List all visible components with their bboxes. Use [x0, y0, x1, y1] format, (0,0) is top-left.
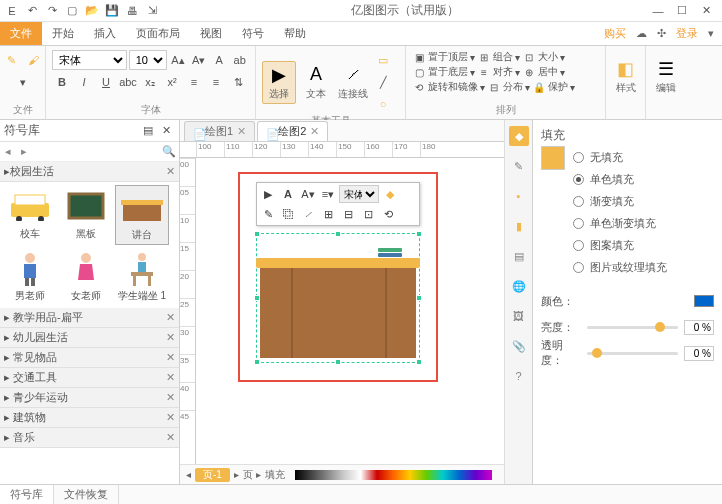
symbol-item[interactable]: 校车 — [3, 185, 57, 245]
color-strip[interactable] — [295, 470, 492, 480]
export-icon[interactable]: ⇲ — [144, 3, 160, 19]
align-left-icon[interactable]: ≡ — [206, 72, 226, 92]
subscript-icon[interactable]: x₂ — [140, 72, 160, 92]
fill-option[interactable]: 图片或纹理填充 — [573, 256, 714, 278]
rail-theme-icon[interactable]: ▮ — [509, 216, 529, 236]
lock-icon[interactable]: 🔒 — [532, 80, 546, 94]
size-icon[interactable]: ⊡ — [522, 50, 536, 64]
distribute-icon[interactable]: ⊟ — [487, 80, 501, 94]
font-family-select[interactable]: 宋体 — [52, 50, 127, 70]
open-icon[interactable]: 📂 — [84, 3, 100, 19]
font-color-icon[interactable]: A — [210, 50, 229, 70]
page-label[interactable]: 页-1 — [195, 468, 230, 482]
menu-start[interactable]: 开始 — [42, 22, 84, 45]
category-active[interactable]: ▸ 校园生活✕ — [0, 162, 179, 182]
minimize-icon[interactable]: — — [650, 3, 666, 19]
rotate-icon[interactable]: ⟲ — [412, 80, 426, 94]
category-row[interactable]: ▸ 教学用品-扁平✕ — [0, 308, 179, 328]
cat-close-icon[interactable]: ✕ — [166, 431, 175, 444]
menu-symbol[interactable]: 符号 — [232, 22, 274, 45]
new-icon[interactable]: ▢ — [64, 3, 80, 19]
canvas[interactable]: ▶ A A▾ ≡▾ 宋体 ◆ ✎ ⿻ ⟋ ⊞ ⊟ ⊡ ⟲ — [196, 158, 504, 464]
page-next-icon[interactable]: ▸ — [234, 469, 239, 480]
edit-button[interactable]: ☰编辑 — [652, 56, 680, 97]
buy-link[interactable]: 购买 — [604, 26, 626, 41]
font-grow-icon[interactable]: A▴ — [169, 50, 188, 70]
opacity-slider[interactable] — [587, 352, 678, 355]
symbol-item[interactable]: 女老师 — [59, 247, 113, 305]
bullets-icon[interactable]: ≡ — [184, 72, 204, 92]
front-icon[interactable]: ▣ — [412, 50, 426, 64]
chevron-down-icon[interactable]: ▾ — [708, 27, 714, 40]
shape-rect-icon[interactable]: ▭ — [373, 50, 393, 70]
ft-pointer-icon[interactable]: ▶ — [259, 185, 277, 203]
menu-layout[interactable]: 页面布局 — [126, 22, 190, 45]
close-icon[interactable]: ✕ — [698, 3, 714, 19]
align-icon[interactable]: ≡ — [477, 65, 491, 79]
bold-icon[interactable]: B — [52, 72, 72, 92]
cloud-icon[interactable]: ☁ — [636, 27, 647, 40]
rail-page-icon[interactable]: ▤ — [509, 246, 529, 266]
menu-view[interactable]: 视图 — [190, 22, 232, 45]
rail-clip-icon[interactable]: 📎 — [509, 336, 529, 356]
menu-file[interactable]: 文件 — [0, 22, 42, 45]
save-icon[interactable]: 💾 — [104, 3, 120, 19]
font-size-select[interactable]: 10 — [129, 50, 167, 70]
menu-help[interactable]: 帮助 — [274, 22, 316, 45]
fill-option[interactable]: 单色填充 — [573, 168, 714, 190]
tool-select[interactable]: ▶选择 — [262, 61, 296, 104]
cat-close-icon[interactable]: ✕ — [166, 331, 175, 344]
ft-fontcolor-icon[interactable]: A▾ — [299, 185, 317, 203]
cat-close-icon[interactable]: ✕ — [166, 351, 175, 364]
ft-fill-icon[interactable]: ◆ — [381, 185, 399, 203]
ft-line-icon[interactable]: ✎ — [259, 205, 277, 223]
tab-close-icon[interactable]: ✕ — [237, 125, 246, 138]
page-prev-icon[interactable]: ◂ — [186, 469, 191, 480]
tab-close-icon[interactable]: ✕ — [310, 125, 319, 138]
style-button[interactable]: ◧样式 — [612, 56, 639, 97]
prev-icon[interactable]: ◂ — [0, 145, 16, 158]
fill-swatch[interactable] — [541, 146, 565, 170]
ft-align-icon[interactable]: ≡▾ — [319, 185, 337, 203]
symbol-item[interactable]: 黑板 — [59, 185, 113, 245]
cat-close-icon[interactable]: ✕ — [166, 311, 175, 324]
ft-replace-icon[interactable]: ⊞ — [319, 205, 337, 223]
fill-option[interactable]: 渐变填充 — [573, 190, 714, 212]
fill-option[interactable]: 单色渐变填充 — [573, 212, 714, 234]
fill-option[interactable]: 无填充 — [573, 146, 714, 168]
menu-insert[interactable]: 插入 — [84, 22, 126, 45]
font-shrink-icon[interactable]: A▾ — [189, 50, 208, 70]
paste-icon[interactable]: ✎ — [2, 50, 22, 70]
rail-image-icon[interactable]: 🖼 — [509, 306, 529, 326]
next-icon[interactable]: ▸ — [16, 145, 32, 158]
category-row[interactable]: ▸ 幼儿园生活✕ — [0, 328, 179, 348]
category-row[interactable]: ▸ 建筑物✕ — [0, 408, 179, 428]
print-icon[interactable]: 🖶 — [124, 3, 140, 19]
clipboard-icon[interactable]: ▾ — [13, 72, 33, 92]
ft-link-icon[interactable]: ⟋ — [299, 205, 317, 223]
cat-close-icon[interactable]: ✕ — [166, 165, 175, 178]
ft-font-select[interactable]: 宋体 — [339, 185, 379, 203]
strike-icon[interactable]: abc — [118, 72, 138, 92]
redo-icon[interactable]: ↷ — [44, 3, 60, 19]
desk-shape[interactable] — [260, 258, 416, 358]
brightness-slider[interactable] — [587, 326, 678, 329]
fill-option[interactable]: 图案填充 — [573, 234, 714, 256]
symbol-item[interactable]: 学生端坐 1 — [115, 247, 169, 305]
ft-delete-icon[interactable]: ⊟ — [339, 205, 357, 223]
format-painter-icon[interactable]: 🖌 — [24, 50, 44, 70]
rail-shadow-icon[interactable]: ▪ — [509, 186, 529, 206]
back-icon[interactable]: ▢ — [412, 65, 426, 79]
rail-help-icon[interactable]: ? — [509, 366, 529, 386]
brightness-value[interactable] — [684, 320, 714, 335]
share-icon[interactable]: ✣ — [657, 27, 666, 40]
category-row[interactable]: ▸ 青少年运动✕ — [0, 388, 179, 408]
italic-icon[interactable]: I — [74, 72, 94, 92]
cat-close-icon[interactable]: ✕ — [166, 411, 175, 424]
maximize-icon[interactable]: ☐ — [674, 3, 690, 19]
color-chip[interactable] — [694, 295, 714, 307]
tool-text[interactable]: A文本 — [299, 62, 333, 103]
group-icon[interactable]: ⊞ — [477, 50, 491, 64]
search-icon[interactable]: 🔍 — [159, 145, 179, 158]
ft-text-icon[interactable]: A — [279, 185, 297, 203]
